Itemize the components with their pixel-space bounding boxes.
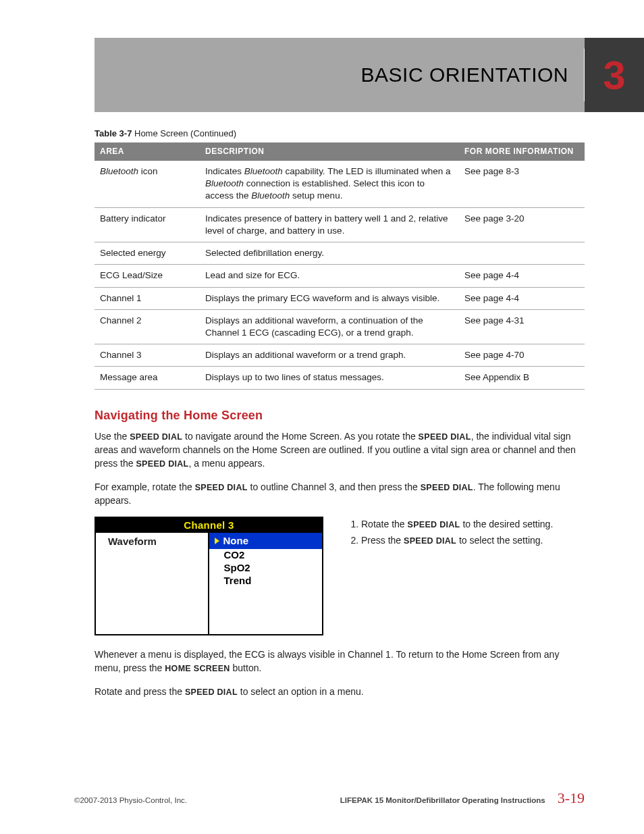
table-row: Channel 1Displays the primary ECG wavefo… bbox=[95, 287, 585, 309]
footer-copyright: ©2007-2013 Physio-Control, Inc. bbox=[74, 796, 187, 804]
table-row: Selected energySelected defibrillation e… bbox=[95, 242, 585, 265]
chapter-title: BASIC ORIENTATION bbox=[361, 63, 568, 86]
th-info: FOR MORE INFORMATION bbox=[459, 142, 585, 161]
cell-info: See Appendix B bbox=[459, 367, 585, 389]
term-smallcaps: SPEED DIAL bbox=[404, 536, 456, 546]
table-row: Battery indicatorIndicates presence of b… bbox=[95, 207, 585, 242]
cell-area: ECG Lead/Size bbox=[95, 265, 200, 287]
cell-info: See page 8-3 bbox=[459, 161, 585, 208]
triangle-right-icon bbox=[215, 538, 219, 544]
cell-area: Selected energy bbox=[95, 242, 200, 265]
cell-info: See page 4-70 bbox=[459, 344, 585, 367]
chapter-header-bar: BASIC ORIENTATION bbox=[95, 38, 585, 112]
footer-doc-title: LIFEPAK 15 Monitor/Defibrillator Operati… bbox=[340, 796, 545, 804]
term-smallcaps: HOME SCREEN bbox=[165, 664, 230, 673]
table-caption-label: Table 3-7 bbox=[95, 128, 132, 138]
term-smallcaps: SPEED DIAL bbox=[130, 432, 182, 442]
page-footer: ©2007-2013 Physio-Control, Inc. LIFEPAK … bbox=[74, 789, 585, 807]
term-smallcaps: SPEED DIAL bbox=[185, 687, 238, 697]
cell-description: Displays an additional waveform, a conti… bbox=[200, 309, 459, 344]
chapter-number: 3 bbox=[603, 52, 625, 99]
table-row: Channel 3Displays an additional waveform… bbox=[95, 344, 585, 367]
menu-selected-label: None bbox=[223, 535, 249, 546]
cell-info bbox=[459, 242, 585, 265]
home-screen-table: AREA DESCRIPTION FOR MORE INFORMATION Bl… bbox=[95, 142, 585, 390]
term-smallcaps: SPEED DIAL bbox=[136, 459, 188, 469]
table-caption: Table 3-7 Home Screen (Continued) bbox=[95, 128, 585, 138]
term-smallcaps: SPEED DIAL bbox=[408, 520, 460, 529]
menu-option-selected[interactable]: None bbox=[209, 533, 323, 549]
cell-description: Indicates presence of battery in battery… bbox=[200, 207, 459, 242]
cell-info: See page 3-20 bbox=[459, 207, 585, 242]
step-item: Rotate the SPEED DIAL to the desired set… bbox=[361, 517, 553, 533]
cell-info: See page 4-31 bbox=[459, 309, 585, 344]
cell-description: Displays the primary ECG waveform and is… bbox=[200, 287, 459, 309]
menu-title: Channel 3 bbox=[96, 518, 322, 533]
menu-option[interactable]: SpO2 bbox=[209, 562, 323, 575]
cell-info: See page 4-4 bbox=[459, 265, 585, 287]
steps-list: Rotate the SPEED DIAL to the desired set… bbox=[348, 517, 553, 549]
chapter-number-box: 3 bbox=[585, 38, 644, 112]
cell-description: Lead and size for ECG. bbox=[200, 265, 459, 287]
paragraph-1: Use the SPEED DIAL to navigate around th… bbox=[95, 429, 585, 471]
cell-description: Selected defibrillation energy. bbox=[200, 242, 459, 265]
section-heading: Navigating the Home Screen bbox=[95, 409, 585, 423]
term-smallcaps: SPEED DIAL bbox=[421, 483, 473, 492]
cell-info: See page 4-4 bbox=[459, 287, 585, 309]
paragraph-4: Rotate and press the SPEED DIAL to selec… bbox=[95, 685, 585, 698]
menu-option[interactable]: CO2 bbox=[209, 549, 323, 562]
term-smallcaps: SPEED DIAL bbox=[419, 432, 471, 442]
cell-area: Message area bbox=[95, 367, 200, 389]
channel-menu: Channel 3 Waveform None CO2SpO2Trend bbox=[95, 517, 323, 635]
table-row: Channel 2Displays an additional waveform… bbox=[95, 309, 585, 344]
cell-description: Indicates Bluetooth capability. The LED … bbox=[200, 161, 459, 208]
cell-area: Channel 2 bbox=[95, 309, 200, 344]
footer-page-number: 3-19 bbox=[558, 789, 585, 807]
cell-description: Displays up to two lines of status messa… bbox=[200, 367, 459, 389]
cell-area: Channel 1 bbox=[95, 287, 200, 309]
menu-option[interactable]: Trend bbox=[209, 575, 323, 588]
cell-area: Bluetooth icon bbox=[95, 161, 200, 208]
table-row: Message areaDisplays up to two lines of … bbox=[95, 367, 585, 389]
menu-left-label: Waveform bbox=[96, 533, 209, 634]
cell-area: Channel 3 bbox=[95, 344, 200, 367]
cell-area: Battery indicator bbox=[95, 207, 200, 242]
paragraph-3: Whenever a menu is displayed, the ECG is… bbox=[95, 648, 585, 675]
paragraph-2: For example, rotate the SPEED DIAL to ou… bbox=[95, 480, 585, 508]
step-item: Press the SPEED DIAL to select the setti… bbox=[361, 533, 553, 549]
term-smallcaps: SPEED DIAL bbox=[195, 483, 248, 492]
cell-description: Displays an additional waveform or a tre… bbox=[200, 344, 459, 367]
th-description: DESCRIPTION bbox=[200, 142, 459, 161]
th-area: AREA bbox=[95, 142, 200, 161]
table-row: Bluetooth iconIndicates Bluetooth capabi… bbox=[95, 161, 585, 208]
table-caption-rest: Home Screen (Continued) bbox=[132, 128, 236, 138]
table-row: ECG Lead/SizeLead and size for ECG.See p… bbox=[95, 265, 585, 287]
